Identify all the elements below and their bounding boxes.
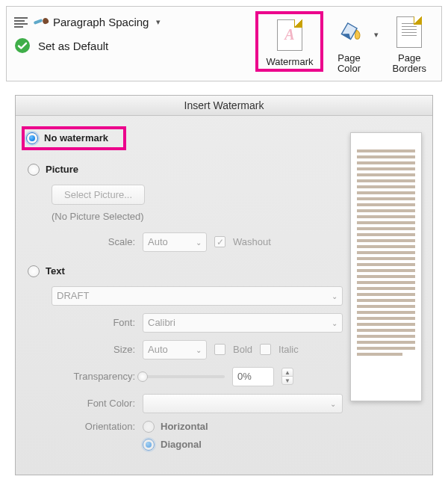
- check-circle-icon: [14, 37, 31, 54]
- radio-picture-label: Picture: [46, 164, 78, 175]
- font-combo[interactable]: Calibri⌄: [143, 313, 343, 333]
- transparency-value-box[interactable]: 0%: [232, 367, 274, 386]
- paint-bucket-icon: [331, 14, 367, 51]
- paintbrush-icon: [34, 19, 47, 26]
- watermark-button-label: Watermark: [266, 56, 313, 67]
- bold-checkbox[interactable]: [214, 344, 225, 355]
- radio-no-watermark-label: No watermark: [44, 132, 108, 143]
- scale-label: Scale:: [52, 236, 135, 247]
- orientation-label: Orientation:: [52, 421, 135, 432]
- italic-checkbox[interactable]: [260, 344, 271, 355]
- ribbon-left-group: Paragraph Spacing ▾ Set as Default: [14, 11, 252, 54]
- font-color-label: Font Color:: [52, 398, 135, 409]
- bold-label: Bold: [233, 344, 252, 355]
- chevron-down-icon: ▾: [155, 17, 161, 27]
- washout-label: Washout: [233, 236, 271, 247]
- transparency-label: Transparency:: [52, 371, 135, 382]
- watermark-button[interactable]: A Watermark: [255, 11, 323, 72]
- highlight-no-watermark: No watermark: [22, 126, 126, 150]
- radio-orientation-horizontal[interactable]: [143, 421, 155, 433]
- watermark-page-icon: A: [277, 19, 302, 51]
- orientation-horizontal-label: Horizontal: [161, 421, 208, 432]
- size-value: Auto: [148, 344, 168, 355]
- page-color-split-caret[interactable]: ▾: [374, 30, 382, 58]
- font-label: Font:: [52, 317, 135, 328]
- radio-text-label: Text: [46, 265, 65, 277]
- chevron-down-icon: ⌄: [196, 238, 202, 246]
- paragraph-spacing-dropdown[interactable]: Paragraph Spacing ▾: [14, 16, 252, 28]
- page-color-button[interactable]: Page Color: [326, 11, 371, 76]
- svg-point-0: [15, 38, 30, 53]
- chevron-down-icon: ⌄: [332, 318, 337, 327]
- paragraph-spacing-label: Paragraph Spacing: [53, 16, 149, 28]
- washout-checkbox[interactable]: ✓: [214, 236, 225, 247]
- no-picture-hint: (No Picture Selected): [52, 211, 343, 222]
- scale-combo[interactable]: Auto⌄: [143, 232, 207, 252]
- radio-picture[interactable]: [28, 164, 40, 176]
- insert-watermark-dialog: Insert Watermark No watermark Picture Se…: [15, 95, 433, 475]
- radio-text[interactable]: [28, 265, 40, 277]
- ribbon-toolbar: Paragraph Spacing ▾ Set as Default A Wat…: [6, 6, 442, 81]
- dialog-title: Insert Watermark: [16, 96, 432, 116]
- page-borders-icon: [396, 16, 422, 48]
- page-borders-button-label: Page Borders: [392, 53, 426, 75]
- orientation-diagonal-label: Diagonal: [161, 439, 202, 450]
- radio-orientation-diagonal[interactable]: [143, 439, 155, 451]
- chevron-down-icon: ⌄: [330, 399, 336, 407]
- page-borders-button[interactable]: Page Borders: [385, 11, 434, 76]
- transparency-value: 0%: [237, 371, 252, 382]
- transparency-stepper[interactable]: ▲ ▼: [281, 368, 293, 385]
- italic-label: Italic: [279, 344, 299, 355]
- transparency-slider[interactable]: [143, 371, 225, 383]
- select-picture-button[interactable]: Select Picture...: [52, 185, 145, 205]
- font-color-picker[interactable]: ⌄: [143, 394, 343, 413]
- chevron-down-icon: ⌄: [332, 291, 337, 300]
- text-watermark-value: DRAFT: [57, 290, 89, 301]
- stepper-down-icon[interactable]: ▼: [281, 376, 293, 385]
- page-color-button-label: Page Color: [337, 53, 361, 75]
- set-as-default-label: Set as Default: [38, 40, 108, 52]
- scale-value: Auto: [148, 236, 168, 247]
- size-label: Size:: [52, 344, 135, 355]
- font-value: Calibri: [148, 317, 175, 328]
- preview-page: [350, 132, 422, 401]
- set-as-default-button[interactable]: Set as Default: [14, 37, 252, 54]
- radio-no-watermark[interactable]: [26, 132, 38, 144]
- paragraph-lines-icon: [14, 17, 28, 28]
- chevron-down-icon: ⌄: [196, 345, 202, 354]
- text-watermark-combo[interactable]: DRAFT⌄: [52, 286, 343, 306]
- preview-pane: [350, 129, 422, 458]
- size-combo[interactable]: Auto⌄: [143, 340, 207, 359]
